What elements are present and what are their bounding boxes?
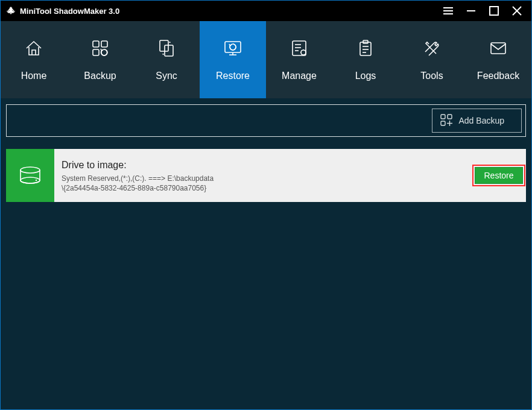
svg-rect-30 xyxy=(441,115,445,119)
entry-action: Restore xyxy=(472,149,526,202)
nav-label: Feedback xyxy=(477,71,519,81)
svg-rect-13 xyxy=(165,45,173,56)
svg-rect-31 xyxy=(448,115,452,119)
title-left: MiniTool ShadowMaker 3.0 xyxy=(5,5,119,16)
svg-rect-9 xyxy=(101,41,107,47)
nav-label: Tools xyxy=(420,71,443,81)
backup-icon xyxy=(90,38,110,61)
titlebar: MiniTool ShadowMaker 3.0 xyxy=(1,1,531,21)
entry-title: Drive to image: xyxy=(62,160,464,171)
svg-point-37 xyxy=(36,180,37,181)
logs-icon xyxy=(355,38,376,61)
nav-logs[interactable]: Logs xyxy=(332,21,399,98)
backup-entry: Drive to image: System Reserved,(*:),(C:… xyxy=(6,149,526,202)
add-backup-button[interactable]: Add Backup xyxy=(432,109,522,133)
svg-rect-18 xyxy=(293,41,306,55)
restore-icon xyxy=(223,38,243,61)
nav-restore[interactable]: Restore xyxy=(200,21,266,98)
nav-feedback[interactable]: Feedback xyxy=(465,21,531,98)
svg-point-36 xyxy=(21,177,40,183)
restore-button-highlight: Restore xyxy=(472,165,525,186)
entry-detail: System Reserved,(*:),(C:). ===> E:\backu… xyxy=(62,174,464,193)
nav-label: Manage xyxy=(282,71,317,81)
add-backup-label: Add Backup xyxy=(459,116,505,125)
nav-tools[interactable]: Tools xyxy=(399,21,465,98)
drive-icon xyxy=(6,149,54,202)
sync-icon xyxy=(156,38,177,61)
svg-rect-8 xyxy=(93,41,99,47)
toolbar: Add Backup xyxy=(6,104,526,137)
svg-rect-32 xyxy=(441,121,445,125)
svg-rect-14 xyxy=(225,42,241,52)
nav-manage[interactable]: Manage xyxy=(266,21,332,98)
minimize-icon[interactable] xyxy=(465,5,477,17)
title-controls xyxy=(442,5,531,17)
nav-label: Sync xyxy=(156,71,177,81)
nav-label: Backup xyxy=(84,71,116,81)
app-logo-icon xyxy=(5,5,16,16)
nav-home[interactable]: Home xyxy=(1,21,67,98)
svg-rect-10 xyxy=(93,49,99,55)
restore-button[interactable]: Restore xyxy=(475,167,522,184)
nav-sync[interactable]: Sync xyxy=(133,21,200,98)
svg-rect-12 xyxy=(160,40,168,51)
add-backup-icon xyxy=(440,113,453,128)
navbar: Home Backup Sync Restore Manage xyxy=(1,21,531,98)
feedback-icon xyxy=(488,38,508,61)
home-icon xyxy=(24,38,44,61)
manage-icon xyxy=(289,38,309,61)
nav-label: Home xyxy=(21,71,47,81)
window-title: MiniTool ShadowMaker 3.0 xyxy=(20,7,119,16)
svg-point-35 xyxy=(21,167,40,173)
svg-rect-23 xyxy=(360,42,371,55)
close-icon[interactable] xyxy=(511,5,523,17)
nav-label: Restore xyxy=(216,71,250,81)
tools-icon xyxy=(422,38,442,61)
maximize-icon[interactable] xyxy=(488,5,500,17)
entry-body: Drive to image: System Reserved,(*:),(C:… xyxy=(54,149,472,202)
svg-rect-29 xyxy=(491,43,505,54)
svg-rect-5 xyxy=(490,7,498,15)
nav-backup[interactable]: Backup xyxy=(67,21,133,98)
menu-icon[interactable] xyxy=(442,5,454,17)
nav-label: Logs xyxy=(355,71,376,81)
app-window: MiniTool ShadowMaker 3.0 Home xyxy=(0,0,532,410)
